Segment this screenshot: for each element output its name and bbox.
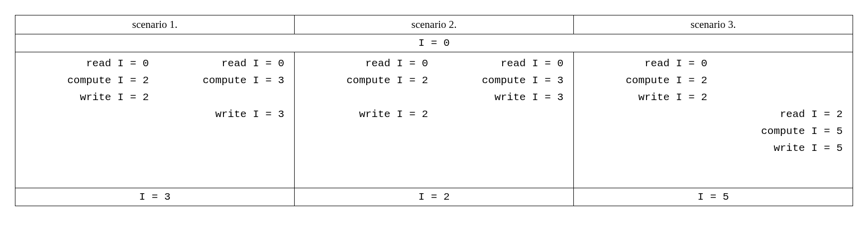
step <box>578 140 713 157</box>
step <box>713 55 849 72</box>
scenario-1-cell: read I = 0 compute I = 2 write I = 2 rea… <box>15 52 295 188</box>
step <box>713 89 849 106</box>
step: compute I = 3 <box>434 72 569 89</box>
init-value: I = 0 <box>15 34 853 52</box>
step: compute I = 3 <box>155 72 290 89</box>
step <box>155 123 290 140</box>
scenario-1-left: read I = 0 compute I = 2 write I = 2 <box>19 55 155 157</box>
header-row: scenario 1. scenario 2. scenario 3. <box>15 15 853 34</box>
scenario-2-left: read I = 0 compute I = 2 write I = 2 <box>299 55 434 157</box>
scenario-1-right: read I = 0 compute I = 3 write I = 3 <box>155 55 290 157</box>
step <box>155 89 290 106</box>
step <box>434 106 569 123</box>
step <box>299 89 434 106</box>
step: compute I = 2 <box>19 72 155 89</box>
step: read I = 0 <box>299 55 434 72</box>
steps-row: read I = 0 compute I = 2 write I = 2 rea… <box>15 52 853 188</box>
step <box>578 106 713 123</box>
step: read I = 2 <box>713 106 849 123</box>
step <box>299 123 434 140</box>
step: read I = 0 <box>155 55 290 72</box>
step <box>19 106 155 123</box>
result-scenario-2: I = 2 <box>295 188 574 206</box>
step <box>434 140 569 157</box>
result-scenario-1: I = 3 <box>15 188 295 206</box>
scenario-3-cell: read I = 0 compute I = 2 write I = 2 rea… <box>574 52 853 188</box>
header-scenario-2: scenario 2. <box>295 15 574 34</box>
step: write I = 5 <box>713 140 849 157</box>
step <box>19 140 155 157</box>
init-row: I = 0 <box>15 34 853 52</box>
header-scenario-1: scenario 1. <box>15 15 295 34</box>
scenario-3-left: read I = 0 compute I = 2 write I = 2 <box>578 55 713 157</box>
scenario-2-cell: read I = 0 compute I = 2 write I = 2 rea… <box>295 52 574 188</box>
step: write I = 2 <box>19 89 155 106</box>
step <box>434 123 569 140</box>
scenarios-table: scenario 1. scenario 2. scenario 3. I = … <box>15 15 853 206</box>
step: write I = 2 <box>299 106 434 123</box>
step: compute I = 5 <box>713 123 849 140</box>
step: write I = 3 <box>434 89 569 106</box>
step: compute I = 2 <box>299 72 434 89</box>
step: read I = 0 <box>578 55 713 72</box>
header-scenario-3: scenario 3. <box>574 15 853 34</box>
step: read I = 0 <box>434 55 569 72</box>
step: write I = 3 <box>155 106 290 123</box>
result-row: I = 3 I = 2 I = 5 <box>15 188 853 206</box>
step <box>299 140 434 157</box>
result-scenario-3: I = 5 <box>574 188 853 206</box>
step <box>713 72 849 89</box>
step: write I = 2 <box>578 89 713 106</box>
scenario-2-right: read I = 0 compute I = 3 write I = 3 <box>434 55 569 157</box>
step: compute I = 2 <box>578 72 713 89</box>
step <box>155 140 290 157</box>
step <box>578 123 713 140</box>
step: read I = 0 <box>19 55 155 72</box>
scenario-3-right: read I = 2 compute I = 5 write I = 5 <box>713 55 849 157</box>
step <box>19 123 155 140</box>
